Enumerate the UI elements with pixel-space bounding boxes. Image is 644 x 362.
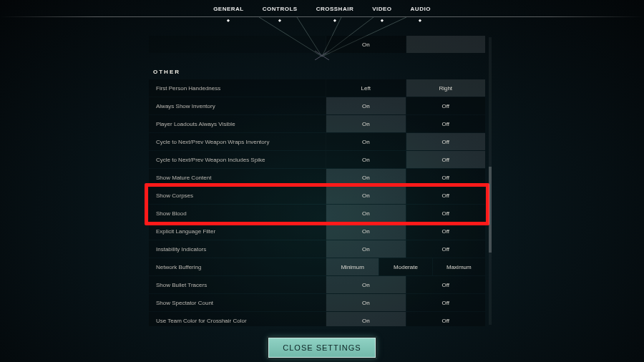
table-row: Instability IndicatorsOnOff: [149, 240, 485, 258]
option-button[interactable]: Off: [406, 133, 486, 150]
option-button[interactable]: On: [326, 205, 406, 222]
setting-label: Always Show Inventory: [149, 97, 326, 114]
option-button[interactable]: Off: [406, 294, 486, 311]
setting-label: Cycle to Next/Prev Weapon Includes Spike: [149, 151, 326, 168]
option-button[interactable]: Off: [406, 151, 486, 168]
option-button[interactable]: On: [326, 115, 406, 132]
scrollbar-track[interactable]: [489, 37, 492, 325]
option-button[interactable]: Off: [406, 169, 486, 186]
table-row: Show Spectator CountOnOff: [149, 294, 485, 311]
table-row: Cycle to Next/Prev Weapon Wraps Inventor…: [149, 133, 485, 150]
option-button[interactable]: Minimum: [326, 258, 379, 275]
option-button[interactable]: Left: [326, 79, 406, 97]
option-button[interactable]: [406, 36, 486, 53]
tab-video[interactable]: VIDEO: [372, 6, 391, 12]
table-row: On: [149, 36, 485, 53]
table-row: Player Loadouts Always VisibleOnOff: [149, 115, 485, 132]
option-button[interactable]: Off: [406, 205, 486, 222]
option-button[interactable]: On: [326, 187, 406, 204]
close-settings-button[interactable]: CLOSE SETTINGS: [268, 338, 376, 358]
setting-label: Player Loadouts Always Visible: [149, 115, 326, 132]
option-button[interactable]: Off: [406, 312, 486, 326]
setting-label: First Person Handedness: [149, 79, 326, 97]
settings-panel: On OTHER First Person HandednessLeftRigh…: [149, 36, 485, 326]
option-button[interactable]: On: [326, 151, 406, 168]
option-button[interactable]: On: [326, 133, 406, 150]
setting-label: Instability Indicators: [149, 240, 326, 258]
table-row: Show Bullet TracersOnOff: [149, 276, 485, 293]
option-button[interactable]: Off: [406, 115, 486, 132]
option-button[interactable]: Off: [406, 276, 486, 293]
section-header-other: OTHER: [149, 69, 485, 75]
tab-general[interactable]: GENERAL: [213, 6, 244, 12]
setting-label: Show Corpses: [149, 187, 326, 204]
table-row: Show CorpsesOnOff: [149, 187, 485, 204]
setting-label: Show Spectator Count: [149, 294, 326, 311]
option-button[interactable]: Off: [406, 97, 486, 114]
option-button[interactable]: On: [326, 97, 406, 114]
option-button[interactable]: On: [326, 169, 406, 186]
table-row: First Person HandednessLeftRight: [149, 79, 485, 97]
tab-crosshair[interactable]: CROSSHAIR: [316, 6, 354, 12]
setting-label: Show Bullet Tracers: [149, 276, 326, 293]
table-row: Show Mature ContentOnOff: [149, 169, 485, 186]
scrollbar-thumb[interactable]: [489, 167, 492, 253]
tab-audio[interactable]: AUDIO: [411, 6, 431, 12]
table-row: Network BufferingMinimumModerateMaximum: [149, 258, 485, 275]
option-button[interactable]: Off: [406, 222, 486, 240]
settings-top-nav: GENERAL CONTROLS CROSSHAIR VIDEO AUDIO: [0, 0, 644, 17]
option-button[interactable]: On: [326, 240, 406, 258]
option-button[interactable]: Right: [406, 79, 486, 97]
setting-label: Explicit Language Filter: [149, 222, 326, 240]
setting-label: Cycle to Next/Prev Weapon Wraps Inventor…: [149, 133, 326, 150]
setting-label: Show Mature Content: [149, 169, 326, 186]
option-button[interactable]: On: [326, 312, 406, 326]
option-button[interactable]: Off: [406, 187, 486, 204]
option-button[interactable]: On: [326, 276, 406, 293]
option-button[interactable]: On: [326, 36, 406, 53]
table-row: Show BloodOnOff: [149, 205, 485, 222]
table-row: Use Team Color for Crosshair ColorOnOff: [149, 312, 485, 326]
table-row: Explicit Language FilterOnOff: [149, 222, 485, 240]
setting-label: Use Team Color for Crosshair Color: [149, 312, 326, 326]
tab-controls[interactable]: CONTROLS: [263, 6, 298, 12]
option-button[interactable]: On: [326, 294, 406, 311]
option-button[interactable]: On: [326, 222, 406, 240]
setting-label: Network Buffering: [149, 258, 326, 275]
option-button[interactable]: Maximum: [433, 258, 485, 275]
table-row: Cycle to Next/Prev Weapon Includes Spike…: [149, 151, 485, 168]
table-row: Always Show InventoryOnOff: [149, 97, 485, 114]
setting-label: Show Blood: [149, 205, 326, 222]
option-button[interactable]: Moderate: [379, 258, 431, 275]
option-button[interactable]: Off: [406, 240, 486, 258]
setting-label: [149, 36, 326, 53]
